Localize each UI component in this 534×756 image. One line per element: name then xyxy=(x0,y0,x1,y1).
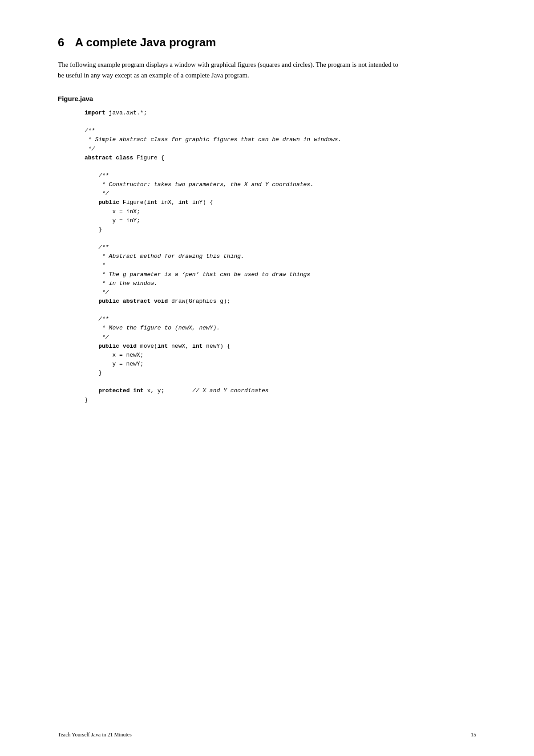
section-heading: 6 A complete Java program xyxy=(58,36,476,49)
code-line: } xyxy=(85,370,102,376)
code-line: x = inX; xyxy=(85,208,140,215)
section-title: A complete Java program xyxy=(75,36,216,49)
code-line: public void move(int newX, int newY) { xyxy=(85,343,231,350)
code-line xyxy=(85,118,88,125)
code-line: /** xyxy=(85,244,109,251)
code-line: /** xyxy=(85,127,95,134)
code-line: y = inY; xyxy=(85,217,140,224)
code-block: import java.awt.*; /** * Simple abstract… xyxy=(85,109,476,405)
code-line: * in the window. xyxy=(85,280,158,287)
footer-right: 15 xyxy=(471,732,476,738)
code-line: y = newY; xyxy=(85,361,144,367)
code-line xyxy=(85,235,88,242)
code-line xyxy=(85,378,88,385)
code-line: * Abstract method for drawing this thing… xyxy=(85,253,244,260)
code-line: } xyxy=(85,397,88,403)
code-line: x = newX; xyxy=(85,352,144,358)
code-line: } xyxy=(85,226,102,233)
code-line: /** xyxy=(85,316,109,322)
page: 6 A complete Java program The following … xyxy=(0,0,534,756)
code-line: */ xyxy=(85,289,109,296)
code-line: * Move the figure to (newX, newY). xyxy=(85,325,220,331)
intro-paragraph: The following example program displays a… xyxy=(58,59,405,81)
code-line xyxy=(85,307,88,313)
code-line: * xyxy=(85,262,105,268)
code-line: * The g parameter is a ‘pen’ that can be… xyxy=(85,271,310,278)
code-line: public abstract void draw(Graphics g); xyxy=(85,298,231,305)
code-line: */ xyxy=(85,146,95,152)
code-line: protected int x, y; // X and Y coordinat… xyxy=(85,387,269,394)
file-heading: Figure.java xyxy=(58,95,476,102)
section-number: 6 xyxy=(58,36,64,49)
code-line: */ xyxy=(85,190,109,197)
code-line: * Constructor: takes two parameters, the… xyxy=(85,181,314,188)
code-line: */ xyxy=(85,334,109,341)
code-line xyxy=(85,163,88,170)
code-line: /** xyxy=(85,172,109,179)
code-line: import java.awt.*; xyxy=(85,110,147,116)
code-line: public Figure(int inX, int inY) { xyxy=(85,199,213,206)
footer-left: Teach Yourself Java in 21 Minutes xyxy=(58,732,132,738)
page-footer: Teach Yourself Java in 21 Minutes 15 xyxy=(58,732,476,738)
code-line: abstract class Figure { xyxy=(85,154,164,161)
code-line: * Simple abstract class for graphic figu… xyxy=(85,136,341,143)
